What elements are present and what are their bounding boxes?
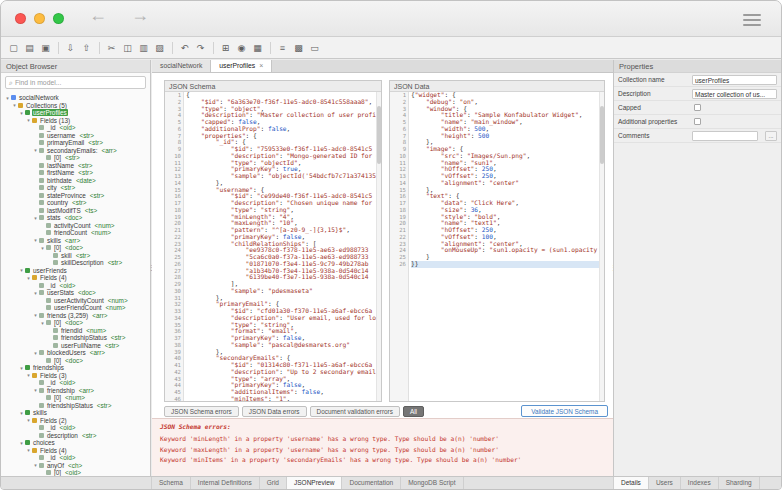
tree-node-0[interactable]: [0]<num> [4, 394, 150, 402]
open-file-icon[interactable]: ▤ [22, 40, 37, 56]
tree-node-birthdate[interactable]: birthdate<date> [4, 177, 150, 185]
minimize-window-button[interactable] [34, 13, 45, 24]
expander-icon[interactable]: ▾ [32, 215, 39, 221]
close-window-button[interactable] [15, 13, 26, 24]
import-icon[interactable]: ⇩ [63, 40, 78, 56]
tree-node-0[interactable]: ▾[0]<doc> [4, 319, 150, 327]
json-data-scrollbar[interactable] [599, 92, 604, 401]
scrollbar-thumb[interactable] [600, 106, 604, 164]
tree-node-0[interactable]: ▾[0]<doc> [4, 244, 150, 252]
tree-node-friendship[interactable]: ▾friendship<arr> [4, 387, 150, 395]
hamburger-menu-icon[interactable] [743, 14, 761, 29]
tree-node-useractivitycount[interactable]: userActivityCount<num> [4, 297, 150, 305]
tree-node-userfriends[interactable]: ▾userFriends [4, 267, 150, 275]
tree-node-friendshipstatus[interactable]: friendshipStatus<str> [4, 334, 150, 342]
tree-node-userprofiles[interactable]: ▾userProfiles [4, 109, 150, 117]
export-icon[interactable]: ⇧ [79, 40, 94, 56]
view-tab-mongodb-script[interactable]: MongoDB Script [401, 477, 463, 489]
save-icon[interactable]: ▣ [38, 40, 53, 56]
tree-node-0[interactable]: [0]<oid> [4, 469, 150, 476]
tree-node-city[interactable]: city<str> [4, 184, 150, 192]
tree-node-fields-13[interactable]: ▾Fields (13) [4, 117, 150, 125]
expander-icon[interactable]: ▾ [32, 312, 39, 318]
preview-icon[interactable]: ▭ [307, 40, 322, 56]
tree-node-secondaryemails[interactable]: ▾secondaryEmails:<arr> [4, 147, 150, 155]
view-tab-documentation[interactable]: Documentation [342, 477, 401, 489]
filter-tab-json-schema-errors[interactable]: JSON Schema errors [164, 406, 239, 417]
tab-socialnetwork[interactable]: socialNetwork [152, 60, 211, 72]
pin-icon[interactable]: ◉ [234, 40, 249, 56]
list-view-icon[interactable]: ≡ [275, 40, 290, 56]
scrollbar-thumb[interactable] [377, 106, 381, 164]
tree-node-id[interactable]: _id<oid> [4, 379, 150, 387]
expander-icon[interactable]: ▾ [25, 117, 32, 123]
tree-node-id[interactable]: _id<oid> [4, 124, 150, 132]
comments-field[interactable] [692, 131, 758, 141]
expander-icon[interactable]: ▾ [25, 275, 32, 281]
undo-icon[interactable]: ↶ [177, 40, 192, 56]
code-line[interactable]: "onMouseUp": "sun1.opacity = (sun1.opaci… [411, 247, 599, 254]
delete-icon[interactable]: ▨ [152, 40, 167, 56]
tree-node-skills[interactable]: ▾skills<arr> [4, 237, 150, 245]
code-line[interactable]: }} [411, 261, 599, 268]
expander-icon[interactable]: ▾ [4, 95, 11, 101]
code-line[interactable]: "height": 500 [411, 133, 599, 140]
code-line[interactable]: "alignment": "center" [411, 180, 599, 187]
tree-node-stateprovince[interactable]: stateProvince<str> [4, 192, 150, 200]
code-line[interactable]: "minItems": "1", [186, 396, 376, 401]
tree-node-stats[interactable]: ▾stats<doc> [4, 214, 150, 222]
additional-properties-checkbox[interactable] [694, 118, 701, 125]
forward-arrow-icon[interactable]: → [131, 5, 149, 26]
tree-node-friendcount[interactable]: friendCount<num> [4, 229, 150, 237]
cut-icon[interactable]: ✂ [104, 40, 119, 56]
filter-tab-document-validation-errors[interactable]: Document validation errors [310, 406, 400, 417]
view-tab-schema[interactable]: Schema [152, 477, 191, 489]
expander-icon[interactable]: ▾ [39, 245, 46, 251]
paste-icon[interactable]: ▥ [136, 40, 151, 56]
properties-tab-sharding[interactable]: Sharding [719, 477, 760, 489]
expander-icon[interactable]: ▾ [39, 320, 46, 326]
code-line[interactable]: } [411, 254, 599, 261]
tree-node-socialnetwork[interactable]: ▾socialNetwork [4, 94, 150, 102]
tree-node-fields-3[interactable]: ▾Fields (3) [4, 372, 150, 380]
properties-tab-indexes[interactable]: Indexes [681, 477, 719, 489]
tree-node-id[interactable]: _id<oid> [4, 424, 150, 432]
expander-icon[interactable]: ▾ [11, 102, 18, 108]
expander-icon[interactable]: ▾ [18, 410, 25, 416]
copy-icon[interactable]: ◫ [120, 40, 135, 56]
tree-node-choices[interactable]: ▾choices [4, 439, 150, 447]
tree-node-lastname[interactable]: lastName<str> [4, 162, 150, 170]
expander-icon[interactable]: ▾ [18, 110, 25, 116]
tree-node-skilldescription[interactable]: skillDescription<str> [4, 259, 150, 267]
properties-tab-details[interactable]: Details [614, 477, 649, 489]
tree-node-primaryemail[interactable]: primaryEmail<str> [4, 139, 150, 147]
close-tab-icon[interactable]: × [259, 60, 263, 72]
tree-node-blockedusers[interactable]: ▾blockedUsers<arr> [4, 349, 150, 357]
view-tab-internal-definitions[interactable]: Internal Definitions [191, 477, 260, 489]
tree-node-friends-3-259[interactable]: ▾friends (3,259)<arr> [4, 312, 150, 320]
tree-node-fields-4[interactable]: ▾Fields (4) [4, 447, 150, 455]
view-tab-grid[interactable]: Grid [260, 477, 287, 489]
tree-node-anyof[interactable]: ▾anyOf<ch> [4, 462, 150, 470]
properties-tab-users[interactable]: Users [649, 477, 681, 489]
tree-node-skills[interactable]: ▾skills [4, 409, 150, 417]
filter-tab-json-data-errors[interactable]: JSON Data errors [242, 406, 307, 417]
expander-icon[interactable]: ▾ [32, 147, 39, 153]
capped-checkbox[interactable] [694, 104, 701, 111]
json-data-editor[interactable]: {"widget": { "debug": "on", "window": { … [409, 92, 599, 401]
expander-icon[interactable]: ▾ [32, 387, 39, 393]
expander-icon[interactable]: ▾ [32, 462, 39, 468]
tree-node-collections-5[interactable]: ▾Collections (5) [4, 102, 150, 110]
filter-tab-all[interactable]: All [403, 406, 424, 417]
tree-node-0[interactable]: [0]<doc> [4, 357, 150, 365]
tree-node-fields-2[interactable]: ▾Fields (2) [4, 417, 150, 425]
tree-node-userstats[interactable]: ▾userStats<doc> [4, 289, 150, 297]
tree-node-friendid[interactable]: friendId<num> [4, 327, 150, 335]
tree-node-description[interactable]: description<str> [4, 432, 150, 440]
collection-name-field[interactable]: userProfiles [692, 75, 777, 85]
json-schema-scrollbar[interactable] [376, 92, 381, 401]
print-icon[interactable]: ▦ [250, 40, 265, 56]
tree-node-fields-4[interactable]: ▾Fields (4) [4, 274, 150, 282]
tree-node-userfullname[interactable]: userFullName<str> [4, 342, 150, 350]
tab-userprofiles[interactable]: userProfiles× [211, 60, 272, 72]
